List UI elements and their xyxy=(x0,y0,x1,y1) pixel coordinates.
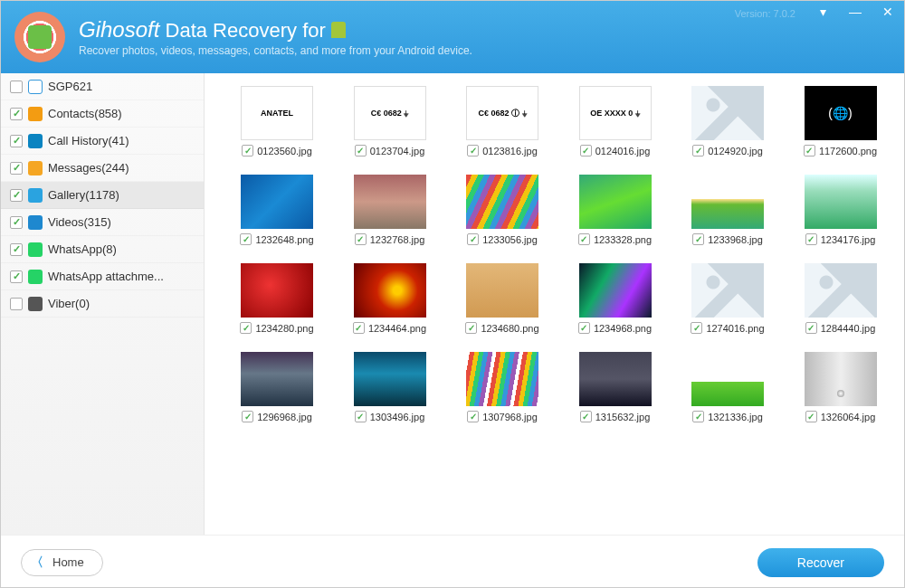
sidebar-item-wa[interactable]: WhatsApp attachme... xyxy=(1,263,204,290)
checkbox[interactable] xyxy=(691,322,702,334)
thumbnail[interactable]: C€ 0682 ⓘ ⏚0123816.jpg xyxy=(452,86,553,156)
checkbox[interactable] xyxy=(355,233,367,245)
filename-label: 1296968.jpg xyxy=(257,412,312,422)
thumbnail-image xyxy=(691,352,764,406)
checkbox[interactable] xyxy=(355,145,367,156)
sidebar-item-calls[interactable]: Call History(41) xyxy=(1,128,204,155)
filename-label: 1326064.jpg xyxy=(821,412,876,422)
thumbnail-image xyxy=(466,352,538,406)
checkbox[interactable] xyxy=(804,145,815,156)
checkbox[interactable] xyxy=(10,298,23,310)
sidebar-item-wa[interactable]: WhatsApp(8) xyxy=(1,236,204,263)
footer: 〈 Home Recover xyxy=(1,535,904,588)
filename-label: 1315632.jpg xyxy=(595,412,651,422)
checkbox[interactable] xyxy=(465,322,477,334)
checkbox[interactable] xyxy=(578,322,590,334)
thumbnail[interactable]: (🌐)1172600.png xyxy=(790,86,891,156)
sidebar-item-gallery[interactable]: Gallery(1178) xyxy=(1,182,204,209)
checkbox[interactable] xyxy=(692,233,704,245)
thumbnail[interactable]: 1234680.png xyxy=(452,263,553,334)
checkbox[interactable] xyxy=(240,322,252,334)
thumbnail[interactable]: OE XXXX 0 ⏚0124016.jpg xyxy=(565,86,666,156)
thumbnail-image xyxy=(466,263,538,318)
thumbnail-image xyxy=(579,263,652,318)
thumbnail-caption: 1284440.jpg xyxy=(805,322,876,334)
checkbox[interactable] xyxy=(467,145,479,156)
checkbox[interactable] xyxy=(355,411,367,422)
thumbnail[interactable]: C€ 0682 ⏚0123704.jpg xyxy=(339,86,441,156)
filename-label: 0124016.jpg xyxy=(595,146,651,156)
thumbnail-caption: 1296968.jpg xyxy=(242,411,312,422)
minimize-button[interactable]: — xyxy=(839,1,872,23)
recover-button[interactable]: Recover xyxy=(757,548,884,577)
thumbnail[interactable]: ANATEL0123560.jpg xyxy=(226,86,328,156)
app-subtitle: Recover photos, videos, messages, contac… xyxy=(79,44,472,57)
checkbox[interactable] xyxy=(805,233,817,245)
checkbox[interactable] xyxy=(10,135,23,147)
thumbnail[interactable]: 1303496.jpg xyxy=(339,352,441,422)
thumbnail-caption: 1232648.png xyxy=(240,233,313,245)
for-label: for xyxy=(302,19,326,42)
checkbox[interactable] xyxy=(10,162,23,175)
checkbox[interactable] xyxy=(578,233,590,245)
checkbox[interactable] xyxy=(467,411,479,422)
thumbnail[interactable]: 1233328.png xyxy=(565,175,666,245)
checkbox[interactable] xyxy=(805,322,817,334)
viber-icon xyxy=(28,297,43,311)
device-icon xyxy=(28,80,43,94)
thumbnail[interactable]: 1232648.png xyxy=(226,175,328,245)
thumbnail[interactable]: 1234464.png xyxy=(339,263,441,334)
close-button[interactable]: ✕ xyxy=(872,1,904,23)
home-button[interactable]: 〈 Home xyxy=(21,549,103,576)
gallery-content[interactable]: ANATEL0123560.jpgC€ 0682 ⏚0123704.jpgC€ … xyxy=(205,73,904,535)
checkbox[interactable] xyxy=(805,411,817,422)
thumbnail[interactable]: 1234176.jpg xyxy=(790,175,891,245)
checkbox[interactable] xyxy=(692,411,704,422)
sidebar-item-viber[interactable]: Viber(0) xyxy=(1,290,204,318)
checkbox[interactable] xyxy=(10,270,23,283)
thumbnail-image xyxy=(579,352,652,406)
checkbox[interactable] xyxy=(242,145,253,156)
thumbnail[interactable]: 1296968.jpg xyxy=(226,352,328,422)
thumbnail[interactable]: 1233968.jpg xyxy=(677,175,778,245)
thumbnail[interactable]: 0124920.jpg xyxy=(677,86,778,156)
thumbnail-caption: 1234680.png xyxy=(465,322,538,334)
sidebar-item-device[interactable]: SGP621 xyxy=(1,73,204,100)
thumbnail[interactable]: 1321336.jpg xyxy=(677,352,778,422)
sidebar-item-msgs[interactable]: Messages(244) xyxy=(1,155,204,182)
checkbox[interactable] xyxy=(353,322,365,334)
checkbox[interactable] xyxy=(242,411,253,422)
sidebar-item-contacts[interactable]: Contacts(858) xyxy=(1,100,204,128)
thumbnail[interactable]: 1234280.png xyxy=(226,263,328,334)
sidebar-item-videos[interactable]: Videos(315) xyxy=(1,209,204,236)
thumbnail[interactable]: 1307968.jpg xyxy=(452,352,553,422)
checkbox[interactable] xyxy=(580,411,592,422)
checkbox[interactable] xyxy=(10,189,23,202)
thumbnail-image xyxy=(805,263,877,318)
checkbox[interactable] xyxy=(10,108,23,120)
thumbnail-grid: ANATEL0123560.jpgC€ 0682 ⏚0123704.jpgC€ … xyxy=(226,86,895,422)
checkbox[interactable] xyxy=(580,145,592,156)
filename-label: 1284440.jpg xyxy=(821,323,876,334)
thumbnail[interactable]: 1315632.jpg xyxy=(565,352,666,422)
checkbox[interactable] xyxy=(10,216,23,229)
thumbnail[interactable]: 1284440.jpg xyxy=(790,263,891,334)
sidebar-item-label: SGP621 xyxy=(48,80,92,93)
thumbnail[interactable]: 1232768.jpg xyxy=(339,175,441,245)
thumbnail-image xyxy=(579,175,652,229)
sidebar-item-label: Viber(0) xyxy=(48,297,90,310)
thumbnail-image xyxy=(241,263,313,318)
sidebar-item-label: Call History(41) xyxy=(48,134,129,147)
checkbox[interactable] xyxy=(10,243,23,256)
thumbnail[interactable]: 1274016.png xyxy=(677,263,778,334)
brand-name: Gihosoft xyxy=(79,17,159,42)
checkbox[interactable] xyxy=(692,145,704,156)
checkbox[interactable] xyxy=(467,233,479,245)
thumbnail[interactable]: 1326064.jpg xyxy=(790,352,891,422)
settings-dropdown-button[interactable]: ▾ xyxy=(806,1,839,23)
thumbnail[interactable]: 1233056.jpg xyxy=(452,175,553,245)
checkbox[interactable] xyxy=(10,81,23,93)
thumbnail[interactable]: 1234968.png xyxy=(565,263,666,334)
checkbox[interactable] xyxy=(240,233,252,245)
filename-label: 1233328.png xyxy=(594,234,652,245)
